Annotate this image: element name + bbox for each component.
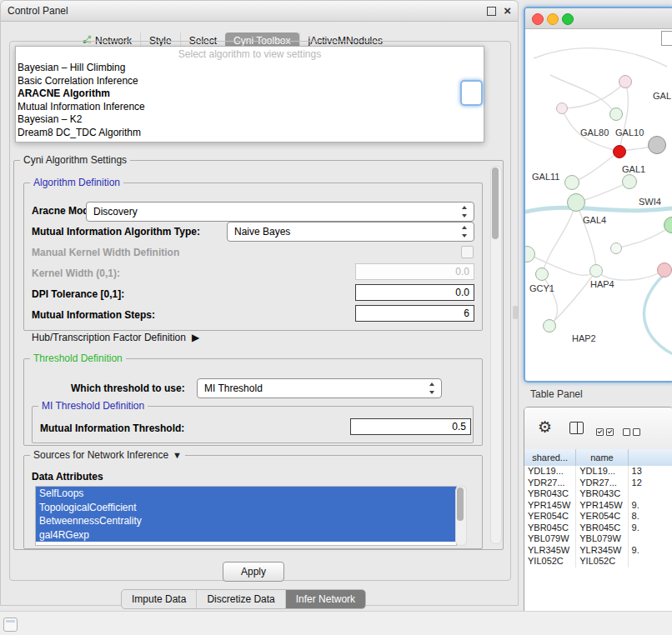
graph-node[interactable]: [564, 175, 579, 190]
table-cell: YIL052C: [576, 556, 628, 568]
settings-scrollbar-thumb[interactable]: [492, 168, 499, 239]
algorithm-option-aracne-algorithm[interactable]: ARACNE Algorithm: [16, 88, 484, 101]
algorithm-combo-button[interactable]: [460, 80, 483, 106]
mac-close-icon[interactable]: [532, 13, 544, 25]
collapse-down-icon: ▼: [173, 450, 182, 460]
control-panel-titlebar[interactable]: Control Panel ×: [1, 1, 518, 22]
graph-node[interactable]: [610, 242, 622, 254]
data-attributes-list[interactable]: SelfLoopsTopologicalCoefficientBetweenne…: [35, 486, 457, 546]
table-row[interactable]: YBR043CYBR043C: [524, 488, 672, 500]
data-attributes-label: Data Attributes: [32, 471, 103, 482]
popup-header: Select algorithm to view settings: [16, 47, 484, 62]
float-icon[interactable]: [487, 7, 496, 16]
settings-scrollbar[interactable]: [490, 166, 502, 544]
attribute-item-topologicalcoefficient[interactable]: TopologicalCoefficient: [36, 501, 456, 515]
graph-node[interactable]: [609, 108, 623, 121]
algorithm-option-mutual-information-inference[interactable]: Mutual Information Inference: [16, 101, 484, 114]
graph-node-label-gal1: GAL1: [622, 164, 645, 174]
graph-node[interactable]: [648, 136, 666, 154]
graph-node[interactable]: [619, 75, 632, 88]
table-row[interactable]: YIL052CYIL052C: [524, 556, 672, 568]
table-cell: YER054C: [524, 511, 576, 522]
graph-node[interactable]: [622, 174, 637, 189]
column-header-name[interactable]: name: [576, 449, 628, 466]
manual-kernel-label: Manual Kernel Width Definition: [32, 247, 179, 258]
table-cell: 9.: [629, 545, 672, 557]
table-row[interactable]: YDL19...YDL19...13: [524, 466, 672, 478]
graph-node[interactable]: [567, 193, 585, 212]
network-window-titlebar[interactable]: [525, 8, 672, 29]
gear-icon[interactable]: ⚙: [538, 418, 552, 437]
algorithm-option-basic-correlation-inference[interactable]: Basic Correlation Inference: [16, 75, 484, 88]
graph-node[interactable]: [543, 319, 556, 332]
which-threshold-select[interactable]: MI Threshold: [197, 378, 442, 398]
table-panel-window: ⚙ shared...name YDL19...YDL19...13YDR27.…: [524, 407, 672, 635]
combo-arrows-icon: [429, 382, 436, 394]
birdseye-toggle[interactable]: [661, 31, 672, 46]
graph-node-label-gal10: GAL10: [615, 128, 644, 138]
tab-impute-data[interactable]: Impute Data: [122, 590, 196, 608]
attribute-item-betweennesscentrality[interactable]: BetweennessCentrality: [36, 514, 456, 528]
table-cell: YDL19...: [524, 466, 576, 478]
network-view-window[interactable]: GALGAL80GAL10GAL11GAL1SWI4GAL4GCY1HAP4HA…: [524, 7, 672, 382]
mi-type-select[interactable]: Naive Bayes: [227, 222, 474, 242]
algorithm-option-dream8-dc-tdc-algorithm[interactable]: Dream8 DC_TDC Algorithm: [16, 127, 484, 140]
table-row[interactable]: YDR27...YDR27...12: [524, 478, 672, 489]
table-cell: YIL052C: [524, 556, 576, 568]
close-icon[interactable]: ×: [504, 3, 511, 18]
table-cell: [629, 533, 672, 545]
algorithm-option-bayesian-k2[interactable]: Bayesian – K2: [16, 113, 484, 127]
graph-node-label-gal80: GAL80: [580, 128, 609, 138]
attribute-item-gal4rgexp[interactable]: gal4RGexp: [36, 528, 456, 542]
mac-minimize-icon[interactable]: [547, 13, 559, 25]
column-header-shared[interactable]: shared...: [524, 449, 576, 466]
hub-definition-label: Hub/Transcription Factor Definition: [32, 332, 186, 343]
mac-zoom-icon[interactable]: [562, 13, 574, 25]
mi-threshold-field[interactable]: [350, 418, 471, 435]
aracne-mode-value: Discovery: [93, 206, 138, 218]
graph-node[interactable]: [657, 262, 672, 278]
column-header-extra[interactable]: [629, 449, 672, 466]
table-row[interactable]: YBL079WYBL079W: [524, 533, 672, 545]
graph-node[interactable]: [589, 264, 603, 278]
algorithm-option-bayesian-hill-climbing[interactable]: Bayesian – Hill Climbing: [16, 62, 484, 75]
graph-node[interactable]: [613, 145, 626, 158]
attributes-scrollbar[interactable]: [455, 486, 467, 546]
threshold-definition-title: Threshold Definition: [30, 352, 126, 364]
graph-node[interactable]: [556, 102, 568, 114]
tab-discretize-data[interactable]: Discretize Data: [196, 590, 284, 608]
aracne-mode-select[interactable]: Discovery: [86, 202, 474, 222]
table-cell: YLR345W: [524, 545, 576, 557]
which-threshold-label: Which threshold to use:: [71, 382, 185, 394]
apply-button[interactable]: Apply: [223, 562, 284, 582]
table-cell: YBR045C: [524, 522, 576, 534]
select-all-icon[interactable]: [596, 424, 616, 439]
dpi-tolerance-field[interactable]: [355, 284, 474, 301]
mi-steps-field[interactable]: [355, 305, 474, 322]
table-row[interactable]: YER054CYER054C8.: [524, 511, 672, 522]
deselect-all-icon[interactable]: [623, 424, 643, 439]
sources-group-title[interactable]: Sources for Network Inference ▼: [30, 449, 185, 461]
table-row[interactable]: YPR145WYPR145W9.: [524, 500, 672, 512]
sources-title-label: Sources for Network Inference: [33, 449, 168, 461]
graph-node-label-hap2: HAP2: [572, 333, 596, 343]
panel-splitter-handle[interactable]: [513, 306, 518, 319]
mi-type-label: Mutual Information Algorithm Type:: [32, 226, 200, 238]
table-toolbar: ⚙: [524, 408, 672, 450]
hub-definition-expander[interactable]: Hub/Transcription Factor Definition ▶: [32, 332, 199, 343]
table-row[interactable]: YBR045CYBR045C9.: [524, 522, 672, 534]
attribute-item-selfloops[interactable]: SelfLoops: [36, 487, 456, 501]
kernel-width-field[interactable]: [355, 263, 474, 280]
combo-arrows-icon: [461, 206, 469, 218]
tab-infer-network[interactable]: Infer Network: [285, 590, 365, 608]
table-cell: YBR043C: [576, 488, 628, 500]
columns-icon[interactable]: [569, 422, 584, 434]
table-row[interactable]: YLR345WYLR345W9.: [524, 545, 672, 557]
dpi-tolerance-label: DPI Tolerance [0,1]:: [32, 288, 124, 300]
graph-node[interactable]: [535, 268, 549, 281]
table-cell: YPR145W: [524, 500, 576, 512]
mi-threshold-title: MI Threshold Definition: [38, 400, 148, 412]
restore-panel-icon[interactable]: [3, 618, 18, 632]
attributes-scrollbar-thumb[interactable]: [457, 488, 464, 521]
manual-kernel-checkbox[interactable]: [461, 246, 474, 258]
